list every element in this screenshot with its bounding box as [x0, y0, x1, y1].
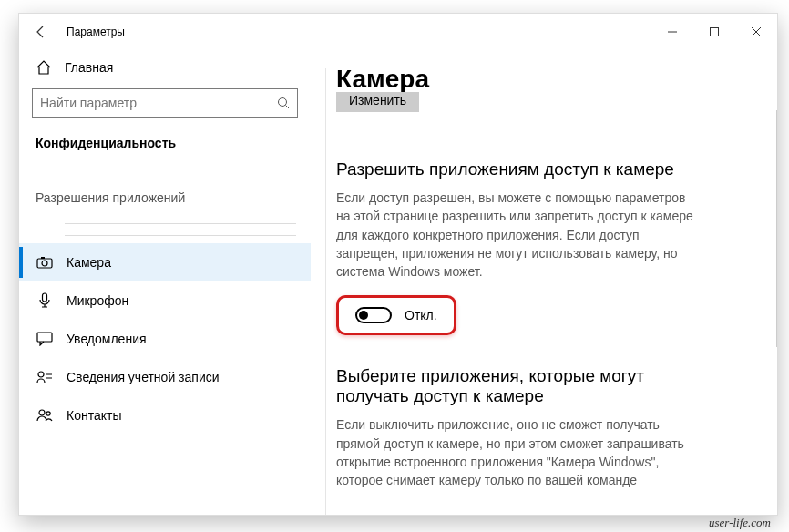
back-button[interactable]	[28, 19, 54, 45]
sidebar-subgroup-title: Разрешения приложений	[19, 158, 311, 210]
sidebar-item-notifications[interactable]: Уведомления	[19, 320, 311, 358]
svg-rect-1	[711, 28, 719, 36]
search-input[interactable]	[32, 88, 298, 118]
search-icon	[270, 97, 297, 109]
microphone-icon	[36, 292, 54, 309]
sidebar-item-label: Микрофон	[67, 293, 128, 308]
toggle-highlight-box: Откл.	[336, 295, 456, 335]
svg-rect-7	[43, 293, 47, 302]
allow-apps-heading: Разрешить приложениям доступ к камере	[336, 159, 750, 179]
svg-point-2	[279, 98, 287, 107]
nav-home[interactable]: Главная	[19, 50, 311, 85]
sidebar-item-label: Сведения учетной записи	[67, 370, 220, 384]
home-icon	[36, 59, 52, 76]
account-icon	[36, 371, 54, 384]
choose-apps-description: Если выключить приложение, оно не сможет…	[336, 415, 701, 489]
svg-point-5	[42, 261, 47, 266]
contacts-icon	[36, 409, 54, 422]
sidebar-group-title: Конфиденциальность	[19, 130, 311, 158]
close-button[interactable]	[735, 17, 777, 46]
window-title: Параметры	[67, 26, 125, 38]
toggle-state-label: Откл.	[405, 308, 437, 322]
change-button[interactable]: Изменить	[336, 92, 419, 112]
allow-apps-description: Если доступ разрешен, вы можете с помощь…	[336, 189, 701, 281]
svg-line-3	[286, 106, 290, 109]
page-title: Камера	[336, 65, 750, 94]
svg-point-11	[46, 412, 50, 415]
sidebar-item-contacts[interactable]: Контакты	[19, 396, 311, 435]
choose-apps-heading: Выберите приложения, которые могут получ…	[336, 366, 701, 406]
sidebar-item-label: Контакты	[67, 408, 121, 423]
minimize-button[interactable]	[651, 17, 693, 46]
sidebar-item-label: Камера	[67, 255, 111, 270]
svg-point-10	[39, 410, 45, 415]
nav-overflow-indicator	[65, 223, 296, 236]
camera-icon	[36, 256, 54, 269]
nav-home-label: Главная	[65, 60, 113, 75]
scrollbar-indicator[interactable]	[776, 110, 778, 347]
svg-point-9	[38, 372, 44, 377]
watermark: user-life.com	[709, 516, 771, 530]
sidebar-item-camera[interactable]: Камера	[19, 243, 311, 281]
sidebar-item-account-info[interactable]: Сведения учетной записи	[19, 358, 311, 396]
sidebar-item-microphone[interactable]: Микрофон	[19, 281, 311, 320]
sidebar-item-label: Уведомления	[67, 332, 147, 346]
camera-access-toggle[interactable]	[355, 307, 392, 323]
svg-rect-8	[37, 332, 52, 342]
chat-icon	[36, 332, 54, 346]
search-field[interactable]	[33, 96, 270, 110]
svg-rect-6	[41, 257, 45, 259]
maximize-button[interactable]	[693, 17, 735, 46]
